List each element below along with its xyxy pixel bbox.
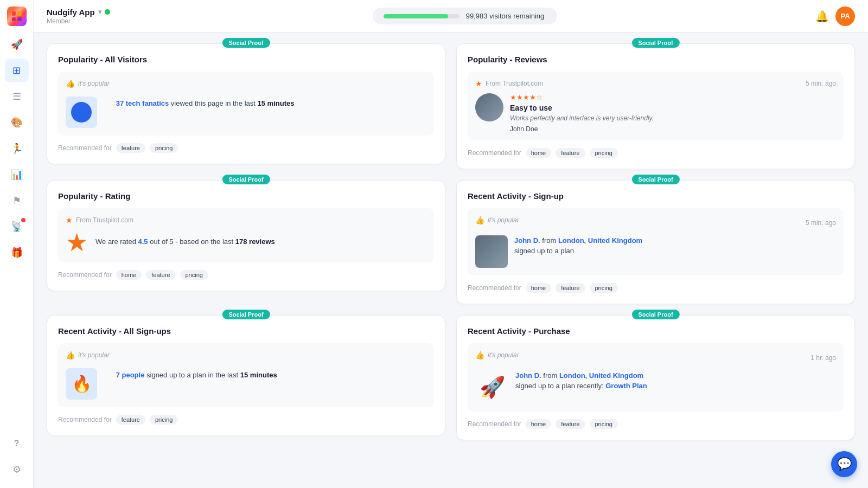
tag-feature-2[interactable]: feature [556, 148, 585, 158]
recommended-row-3: Recommended for home feature pricing [58, 270, 434, 280]
purchase-from-6: from [543, 371, 559, 380]
purchase-header-row-6: 👍 it's popular 1 hr. ago [475, 351, 836, 365]
popular-row-4: 👍 it's popular [475, 216, 519, 224]
tag-feature-3[interactable]: feature [146, 270, 175, 280]
person-name-4: John D. [514, 236, 540, 245]
sidebar-item-list[interactable]: ☰ [5, 85, 29, 108]
tag-pricing-1[interactable]: pricing [150, 143, 178, 153]
thumbs-up-icon-4: 👍 [475, 216, 484, 224]
rating-highlight-3: 4.5 [138, 237, 148, 246]
status-dot [105, 9, 110, 15]
card-popularity-all-visitors: Popularity - All Visitors 👍 it's popular [47, 43, 445, 164]
gifts-icon: 🎁 [11, 247, 23, 259]
purchase-location-6[interactable]: London, United Kingdom [559, 371, 643, 380]
purchase-notif-6: 👍 it's popular 1 hr. ago 🚀 John D. from … [468, 343, 844, 412]
avatar[interactable]: PA [835, 7, 855, 26]
fire-icon-area-5: 🔥 [66, 368, 97, 400]
card-wrapper-popularity-reviews: Social Proof Popularity - Reviews ★ From… [456, 43, 855, 169]
sidebar-item-design[interactable]: 🎨 [5, 111, 29, 134]
sidebar-item-live[interactable]: 📡 [5, 215, 29, 239]
popular-label-4: it's popular [488, 216, 519, 224]
tag-home-4[interactable]: home [526, 283, 552, 293]
recommended-label-6: Recommended for [468, 420, 521, 428]
notif-icon-area-1 [66, 97, 97, 128]
card-popularity-reviews: Popularity - Reviews ★ From Trustpilot.c… [456, 43, 855, 169]
rating-box-3: ★ From Trustpilot.com ★ We are rated 4.5… [58, 208, 434, 262]
sidebar-item-help[interactable]: ? [5, 432, 29, 455]
card-recent-signup: Recent Activity - Sign-up 👍 it's popular… [456, 180, 855, 304]
review-title-2: Easy to use [510, 104, 654, 112]
rating-bold-3: 178 reviews [235, 237, 275, 246]
card-popularity-rating: Popularity - Rating ★ From Trustpilot.co… [47, 180, 445, 291]
sidebar-item-dashboard[interactable]: ⊞ [5, 59, 29, 82]
tag-pricing-4[interactable]: pricing [590, 283, 618, 293]
live-badge [21, 218, 25, 222]
review-header-2: ★ From Trustpilot.com 5 min. ago [475, 79, 836, 88]
recommended-row-5: Recommended for feature pricing [58, 415, 434, 425]
card-title-4: Recent Activity - Sign-up [468, 191, 844, 201]
card-title-5: Recent Activity - All Sign-ups [58, 326, 434, 336]
rocket-area-6: 🚀 [475, 370, 509, 404]
sidebar-item-activity[interactable]: 🏃 [5, 137, 29, 160]
purchase-time-6: 1 hr. ago [810, 354, 836, 362]
recommended-label-4: Recommended for [468, 284, 521, 292]
allsignup-highlight-5: 7 people [116, 371, 145, 379]
sidebar-item-flags[interactable]: ⚑ [5, 189, 29, 213]
purchase-person-6: John D. [515, 371, 541, 380]
tag-home-2[interactable]: home [526, 148, 552, 158]
sidebar-item-settings[interactable]: ⚙ [5, 458, 29, 481]
tag-feature-1[interactable]: feature [116, 143, 145, 153]
tag-feature-5[interactable]: feature [116, 415, 145, 425]
notification-bell-icon[interactable]: 🔔 [815, 10, 829, 23]
tag-home-6[interactable]: home [526, 419, 552, 429]
purchase-text-6: John D. from London, United Kingdom sign… [515, 370, 647, 391]
popular-row-1: 👍 it's popular [66, 79, 110, 88]
popular-row-6: 👍 it's popular [475, 351, 519, 359]
review-source-text-2: From Trustpilot.com [486, 80, 543, 87]
recommended-row-4: Recommended for home feature pricing [468, 283, 844, 293]
chat-icon: 💬 [837, 457, 852, 471]
sidebar-item-analytics[interactable]: 📊 [5, 163, 29, 187]
chat-bubble[interactable]: 💬 [831, 451, 857, 477]
rating-text-3: We are rated 4.5 out of 5 - based on the… [95, 236, 275, 248]
header-right: 🔔 PA [815, 7, 855, 26]
help-icon: ? [14, 439, 20, 448]
launch-icon: 🚀 [11, 38, 23, 50]
card-wrapper-popularity-rating: Social Proof Popularity - Rating ★ From … [47, 180, 445, 304]
activity-icon: 🏃 [11, 143, 23, 155]
app-logo[interactable] [7, 7, 27, 26]
purchase-action-link-6[interactable]: Growth Plan [605, 382, 647, 390]
analytics-icon: 📊 [11, 169, 23, 181]
tag-feature-6[interactable]: feature [556, 419, 585, 429]
visitors-remaining-text: 99,983 visitors remaining [466, 12, 545, 20]
notif-highlight-1: 37 tech fanatics [116, 99, 169, 107]
reviewer-avatar-img-2 [475, 93, 503, 121]
tag-pricing-3[interactable]: pricing [180, 270, 208, 280]
tag-pricing-2[interactable]: pricing [590, 148, 618, 158]
progress-bar-bg [384, 14, 459, 18]
app-dropdown-icon[interactable]: ▾ [98, 8, 101, 16]
rating-source-text-3: From Trustpilot.com [76, 216, 133, 224]
recommended-label-5: Recommended for [58, 416, 112, 423]
recommended-label-3: Recommended for [58, 271, 112, 279]
sidebar-item-gifts[interactable]: 🎁 [5, 241, 29, 265]
recommended-row-1: Recommended for feature pricing [58, 143, 434, 153]
tag-home-3[interactable]: home [116, 270, 142, 280]
notif-box-1: 👍 it's popular 37 tech fanatics viewed t… [58, 72, 434, 136]
card-title-1: Popularity - All Visitors [58, 55, 434, 64]
blue-circle-icon [71, 102, 92, 123]
notif-text-after-1: viewed this page in the last [171, 99, 258, 107]
recommended-label-2: Recommended for [468, 149, 521, 157]
review-text-area-2: ★★★★☆ Easy to use Works perfectly and in… [510, 93, 654, 133]
tag-pricing-6[interactable]: pricing [590, 419, 618, 429]
popular-label-5: it's popular [78, 351, 110, 359]
tag-pricing-5[interactable]: pricing [150, 415, 178, 425]
from-text-4: from [542, 236, 558, 245]
sidebar-item-launch[interactable]: 🚀 [5, 33, 29, 56]
card-all-signups: Recent Activity - All Sign-ups 👍 it's po… [47, 315, 445, 436]
location-link-4[interactable]: London, United Kingdom [558, 236, 642, 245]
member-label: Member [47, 17, 110, 25]
card-wrapper-all-signups: Social Proof Recent Activity - All Sign-… [47, 315, 445, 440]
card-title-2: Popularity - Reviews [468, 55, 844, 64]
tag-feature-4[interactable]: feature [556, 283, 585, 293]
